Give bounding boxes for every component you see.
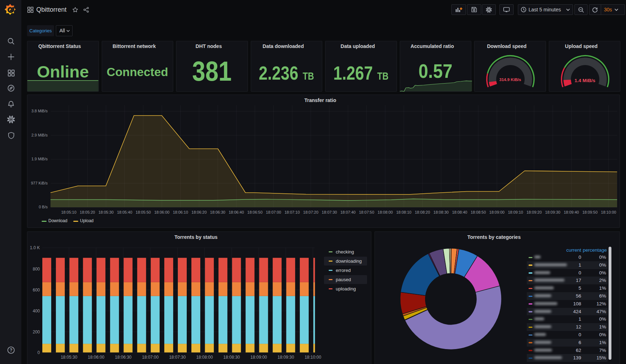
svg-text:?: ? xyxy=(10,348,12,353)
